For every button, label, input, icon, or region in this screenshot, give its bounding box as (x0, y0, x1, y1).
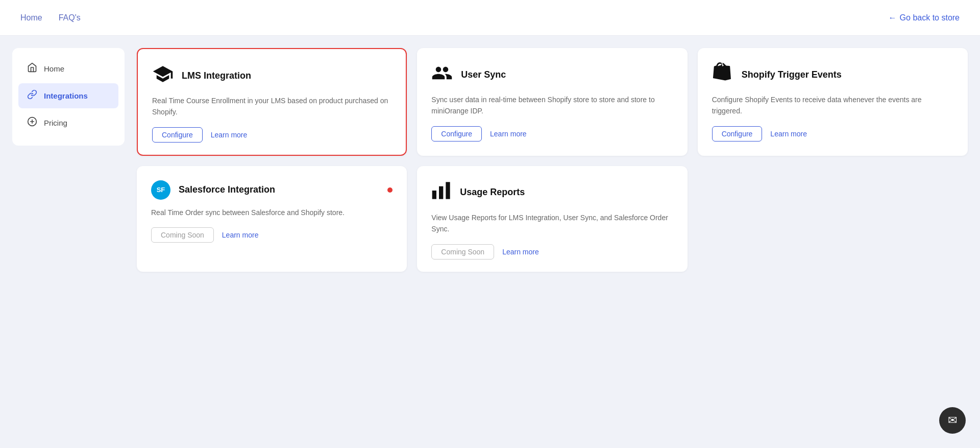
svg-rect-3 (432, 191, 436, 199)
card-salesforce: SF Salesforce Integration Real Time Orde… (137, 166, 407, 272)
pricing-icon (27, 116, 38, 129)
shopify-learn-more-link[interactable]: Learn more (770, 130, 807, 138)
cards-row1: LMS Integration Real Time Course Enrollm… (137, 48, 968, 156)
salesforce-coming-soon-button: Coming Soon (151, 227, 214, 243)
nav-left: Home FAQ's (20, 13, 81, 22)
empty-cell (698, 166, 968, 272)
user-sync-configure-button[interactable]: Configure (431, 126, 482, 142)
sidebar-item-integrations[interactable]: Integrations (18, 83, 118, 108)
usage-learn-more-link[interactable]: Learn more (502, 248, 539, 256)
go-back-label: Go back to store (900, 13, 960, 22)
home-icon (27, 62, 38, 75)
cards-row2: SF Salesforce Integration Real Time Orde… (137, 166, 968, 272)
card-shopify-header: Shopify Trigger Events (712, 62, 953, 87)
shopify-bag-icon (712, 62, 733, 87)
sidebar-pricing-label: Pricing (44, 119, 67, 127)
card-salesforce-header: SF Salesforce Integration (151, 180, 393, 200)
card-lms-title: LMS Integration (182, 70, 251, 81)
usage-coming-soon-button: Coming Soon (431, 244, 494, 260)
sidebar: Home Integrations Pricing (12, 48, 125, 146)
nav-faqs-link[interactable]: FAQ's (59, 13, 81, 22)
sidebar-item-pricing[interactable]: Pricing (18, 110, 118, 135)
card-user-sync-header: User Sync (431, 62, 673, 87)
card-usage-reports: Usage Reports View Usage Reports for LMS… (417, 166, 687, 272)
content-area: LMS Integration Real Time Course Enrollm… (137, 48, 968, 436)
sidebar-item-home[interactable]: Home (18, 56, 118, 81)
svg-rect-4 (439, 186, 443, 199)
card-lms-description: Real Time Course Enrollment in your LMS … (152, 95, 391, 118)
main-layout: Home Integrations Pricing (0, 36, 980, 448)
nav-home-link[interactable]: Home (20, 13, 42, 22)
go-back-arrow: ← (889, 13, 897, 22)
card-usage-header: Usage Reports (431, 180, 673, 205)
mail-icon: ✉ (948, 414, 957, 427)
card-salesforce-actions: Coming Soon Learn more (151, 227, 393, 243)
card-user-sync-title: User Sync (461, 69, 506, 80)
shopify-configure-button[interactable]: Configure (712, 126, 763, 142)
top-nav: Home FAQ's ← Go back to store (0, 0, 980, 36)
lms-configure-button[interactable]: Configure (152, 127, 203, 143)
card-usage-description: View Usage Reports for LMS Integration, … (431, 212, 673, 235)
bar-chart-icon (431, 180, 452, 205)
user-sync-learn-more-link[interactable]: Learn more (490, 130, 527, 138)
salesforce-logo-icon: SF (151, 180, 170, 200)
card-user-sync-actions: Configure Learn more (431, 126, 673, 142)
red-dot-badge (387, 187, 393, 193)
card-shopify-description: Configure Shopify Events to receive data… (712, 94, 953, 117)
mail-button[interactable]: ✉ (939, 407, 966, 434)
card-user-sync-description: Sync user data in real-time between Shop… (431, 94, 673, 117)
card-lms: LMS Integration Real Time Course Enrollm… (137, 48, 407, 156)
sidebar-integrations-label: Integrations (44, 91, 88, 100)
card-shopify-trigger: Shopify Trigger Events Configure Shopify… (698, 48, 968, 156)
lms-learn-more-link[interactable]: Learn more (211, 131, 248, 139)
card-shopify-actions: Configure Learn more (712, 126, 953, 142)
integrations-icon (27, 89, 38, 102)
card-user-sync: User Sync Sync user data in real-time be… (417, 48, 687, 156)
card-usage-actions: Coming Soon Learn more (431, 244, 673, 260)
card-lms-actions: Configure Learn more (152, 127, 391, 143)
card-salesforce-description: Real Time Order sync between Salesforce … (151, 207, 393, 218)
card-lms-header: LMS Integration (152, 63, 391, 88)
card-salesforce-title: Salesforce Integration (179, 184, 275, 195)
graduation-cap-icon (152, 63, 174, 88)
salesforce-learn-more-link[interactable]: Learn more (222, 231, 259, 239)
card-shopify-title: Shopify Trigger Events (742, 69, 842, 80)
card-usage-title: Usage Reports (460, 187, 525, 198)
users-icon (431, 62, 453, 87)
sidebar-home-label: Home (44, 64, 64, 73)
svg-rect-5 (446, 182, 450, 199)
go-back-link[interactable]: ← Go back to store (889, 13, 960, 22)
